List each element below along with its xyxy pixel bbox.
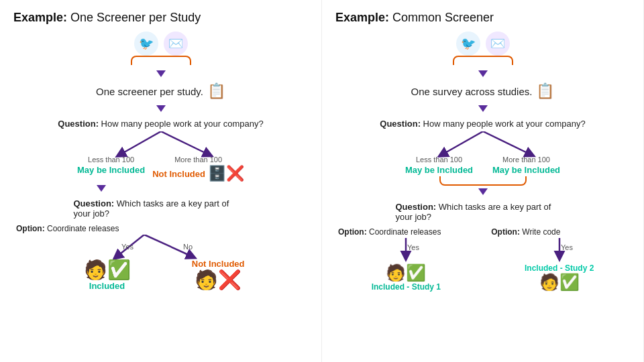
yes-arrow-2-right: Yes (539, 238, 580, 263)
left-title: Example: One Screener per Study (13, 11, 308, 25)
svg-line-9 (483, 131, 530, 154)
svg-line-8 (443, 131, 483, 154)
q1-right: Question: How many people work at your c… (380, 119, 585, 129)
source-icons-right: 🐦 ✉️ (456, 32, 510, 56)
screener-text-left: One screener per study. (96, 86, 203, 97)
outcome-1-right: 🧑✅ Included - Study 1 (372, 263, 441, 292)
svg-line-0 (121, 131, 161, 154)
arrow-2-left (156, 105, 166, 112)
person-included-icon: 🧑✅ (84, 259, 131, 281)
option1-text-left: Coordinate releases (45, 224, 119, 233)
option1-label-left: Option: (16, 224, 45, 233)
branch-more-label-r: More than 100 (502, 156, 550, 164)
branch-less-label: Less than 100 (88, 156, 134, 164)
right-panel: Example: Common Screener 🐦 ✉️ One survey… (322, 0, 644, 362)
outcomes-left: 🧑✅ Included Not Included 🧑❌ (84, 259, 245, 291)
arrow-1-left (156, 70, 166, 77)
brace-top-right (453, 56, 513, 66)
person-study1-icon: 🧑✅ (386, 263, 426, 282)
q1-left: Question: How many people work at your c… (58, 119, 263, 129)
person-not-included-icon: 🧑❌ (195, 269, 241, 291)
not-included-icon-1: 🗄️❌ (208, 165, 244, 182)
email-icon: ✉️ (164, 32, 188, 56)
branch-row-1-left: Less than 100 May be Included More than … (74, 156, 248, 182)
twitter-icon: 🐦 (134, 32, 158, 56)
q2-label-left: Question: (74, 198, 115, 208)
right-title-bold: Example: (335, 11, 389, 24)
q2-right: Question: Which tasks are a key part of … (396, 202, 570, 222)
branch-more-label: More than 100 (174, 156, 222, 164)
person-study2-icon: 🧑✅ (539, 273, 580, 292)
outcome-2-text: Included - Study 2 (525, 263, 594, 273)
outcome-2-right: Included - Study 2 🧑✅ (525, 263, 594, 292)
q1-label-right: Question: (380, 119, 421, 129)
brace-bottom-right (439, 176, 527, 186)
yes-label-1-right: Yes (407, 243, 419, 251)
left-panel: Example: One Screener per Study 🐦 ✉️ One… (0, 0, 322, 362)
option-1-col: Option: Coordinate releases Yes 🧑✅ Inclu… (335, 225, 477, 292)
branch-left-less: Less than 100 May be Included (77, 156, 145, 175)
branch-less-label-r: Less than 100 (416, 156, 462, 164)
arrow-2-right (478, 105, 488, 112)
arrow-from-included (74, 182, 248, 194)
branch-right-more-r: More than 100 May be Included (492, 156, 560, 175)
right-title: Example: Common Screener (335, 11, 630, 25)
branch-more-status: Not Included (152, 169, 205, 179)
yes-label-2-right: Yes (561, 243, 573, 251)
outcome-1-text: Included - Study 1 (372, 282, 441, 292)
arrow-3-left (97, 185, 106, 192)
q1-label-left: Question: (58, 119, 99, 129)
branch-more-status-r: May be Included (492, 165, 560, 175)
survey-icon-left: 📋 (207, 82, 225, 100)
right-title-rest: Common Screener (389, 11, 494, 24)
twitter-icon-right: 🐦 (456, 32, 480, 56)
branch-row-1-right: Less than 100 May be Included More than … (396, 156, 570, 175)
survey-icon-right: 📋 (536, 82, 554, 100)
join-brace-container (439, 176, 527, 198)
brace-top-left (131, 56, 191, 66)
option2-right: Option: Write code (491, 227, 560, 237)
option1-label-right: Option: (338, 227, 367, 237)
email-icon-right: ✉️ (486, 32, 510, 56)
yes-arrow-1-right: Yes (386, 238, 426, 263)
branch-less-status-r: May be Included (405, 165, 473, 175)
options-row-right: Option: Coordinate releases Yes 🧑✅ Inclu… (335, 225, 630, 292)
source-icons-left: 🐦 ✉️ (134, 32, 188, 56)
left-title-rest: One Screener per Study (67, 11, 201, 24)
left-diagram: 🐦 ✉️ One screener per study. 📋 Question:… (13, 32, 308, 291)
screener-label-right: One survey across studies. 📋 (411, 82, 555, 100)
right-diagram: 🐦 ✉️ One survey across studies. 📋 Questi… (335, 32, 630, 292)
arrow-1-right (478, 70, 488, 77)
option2-text-right: Write code (520, 227, 560, 237)
svg-line-1 (161, 131, 208, 154)
branch-right-more: More than 100 Not Included 🗄️❌ (152, 156, 244, 182)
q2-label-right: Question: (396, 202, 437, 212)
q2-left: Question: Which tasks are a key part of … (74, 198, 248, 219)
outcome-no-text: Not Included (192, 259, 245, 269)
arrow-join (478, 188, 488, 195)
outcome-yes-left: 🧑✅ Included (84, 259, 131, 291)
no-label-left: No (183, 243, 193, 251)
option2-label-right: Option: (491, 227, 520, 237)
outcome-no-left: Not Included 🧑❌ (192, 259, 245, 291)
option-2-col: Option: Write code Yes Included - Study … (488, 225, 630, 292)
option1-text-right: Coordinate releases (367, 227, 441, 237)
option1-left: Option: Coordinate releases (16, 224, 191, 233)
brace-left (131, 56, 191, 65)
q1-text-left: How many people work at your company? (99, 119, 264, 129)
yes-label-left: Yes (121, 243, 133, 251)
outcome-yes-text: Included (89, 281, 125, 291)
screener-text-right: One survey across studies. (411, 86, 533, 97)
yes-no-arrows-left: Yes No (97, 235, 231, 261)
brace-right (453, 56, 513, 65)
option1-right: Option: Coordinate releases (338, 227, 441, 237)
q1-text-right: How many people work at your company? (421, 119, 586, 129)
left-title-bold: Example: (13, 11, 67, 24)
branch-less-status: May be Included (77, 165, 145, 175)
branch-right-less: Less than 100 May be Included (405, 156, 473, 175)
screener-label-left: One screener per study. 📋 (96, 82, 225, 100)
